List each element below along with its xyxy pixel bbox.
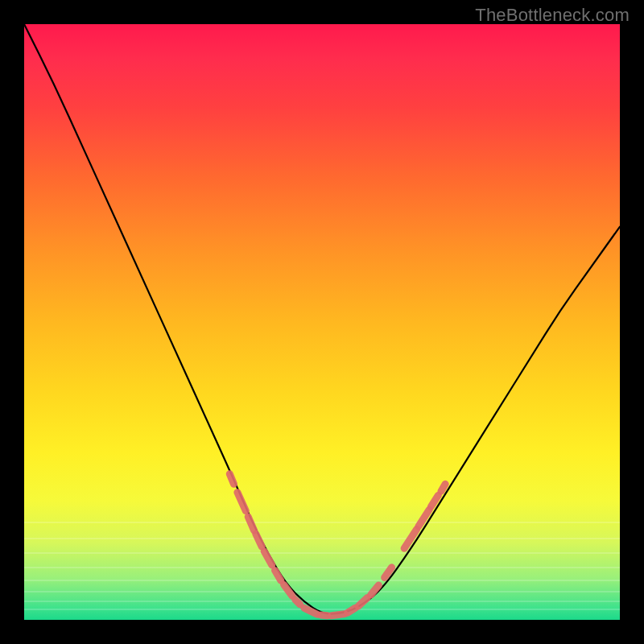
plot-area xyxy=(24,24,620,620)
bottleneck-curve xyxy=(24,24,620,614)
highlight-dash xyxy=(229,474,233,485)
highlight-dash xyxy=(248,517,254,530)
highlight-dash xyxy=(256,534,262,547)
highlight-dash xyxy=(264,551,272,565)
curve-svg xyxy=(24,24,620,620)
highlight-dash xyxy=(237,493,246,511)
highlight-dash xyxy=(275,571,281,581)
highlight-dash xyxy=(441,484,445,491)
chart-frame: TheBottleneck.com xyxy=(0,0,644,644)
highlight-dash xyxy=(431,495,438,506)
highlight-dash xyxy=(284,584,292,596)
highlight-dash xyxy=(404,530,417,549)
highlight-dash xyxy=(348,608,356,613)
curve-path xyxy=(24,24,620,614)
highlight-dash xyxy=(295,600,300,605)
highlight-dash xyxy=(358,598,367,606)
watermark-text: TheBottleneck.com xyxy=(475,5,630,26)
highlight-dash xyxy=(321,615,328,616)
highlight-dash xyxy=(332,614,345,616)
